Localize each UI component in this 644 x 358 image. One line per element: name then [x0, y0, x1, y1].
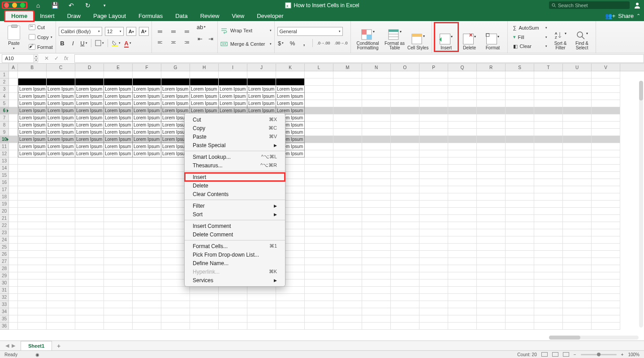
- cell[interactable]: [133, 279, 161, 287]
- cell[interactable]: [506, 315, 534, 323]
- cell[interactable]: [9, 129, 18, 136]
- cell[interactable]: [333, 129, 362, 136]
- cell[interactable]: [477, 93, 506, 100]
- cell[interactable]: [161, 308, 190, 315]
- cell[interactable]: [563, 287, 592, 294]
- cell[interactable]: [104, 272, 133, 279]
- cell[interactable]: [506, 172, 534, 179]
- cell[interactable]: [133, 208, 161, 215]
- cell[interactable]: [104, 287, 133, 294]
- cell[interactable]: [534, 122, 563, 129]
- column-header[interactable]: Q: [448, 64, 477, 71]
- cell[interactable]: [333, 150, 362, 157]
- cell[interactable]: [47, 186, 75, 193]
- cell[interactable]: [477, 143, 506, 150]
- cell[interactable]: [133, 251, 161, 258]
- cell[interactable]: [18, 236, 47, 244]
- cell[interactable]: [47, 251, 75, 258]
- cell[interactable]: [133, 165, 161, 172]
- cell[interactable]: [161, 79, 190, 86]
- cell[interactable]: [477, 186, 506, 193]
- cell[interactable]: [190, 79, 219, 86]
- cell[interactable]: [47, 258, 75, 265]
- cell[interactable]: Lorem Ipsum: [18, 150, 47, 157]
- cell[interactable]: [448, 244, 477, 251]
- cell[interactable]: [448, 143, 477, 150]
- cell[interactable]: [563, 323, 592, 330]
- cell[interactable]: Lorem Ipsum: [18, 136, 47, 143]
- cell[interactable]: [506, 186, 534, 193]
- cell[interactable]: [477, 201, 506, 208]
- cell[interactable]: Lorem Ipsum: [47, 129, 75, 136]
- cell[interactable]: [563, 165, 592, 172]
- copy-button[interactable]: Copy▾: [29, 33, 53, 41]
- cell[interactable]: [419, 143, 448, 150]
- cell[interactable]: Lorem Ipsum: [133, 86, 161, 93]
- row-header[interactable]: 5: [0, 100, 9, 107]
- cell[interactable]: [247, 79, 276, 86]
- cell[interactable]: [276, 71, 305, 79]
- cell[interactable]: [419, 272, 448, 279]
- cell[interactable]: [563, 315, 592, 323]
- cell[interactable]: [18, 308, 47, 315]
- cell[interactable]: [592, 222, 620, 229]
- cell[interactable]: [333, 165, 362, 172]
- cell[interactable]: [161, 294, 190, 301]
- cell[interactable]: [362, 323, 391, 330]
- cell[interactable]: [477, 208, 506, 215]
- cell[interactable]: [534, 244, 563, 251]
- cell[interactable]: [305, 136, 333, 143]
- minimize-button[interactable]: [12, 3, 17, 8]
- cell[interactable]: Lorem Ipsum: [75, 150, 104, 157]
- cell[interactable]: [9, 294, 18, 301]
- cell[interactable]: [190, 315, 219, 323]
- cell[interactable]: [9, 279, 18, 287]
- cell[interactable]: [219, 315, 247, 323]
- cell[interactable]: [563, 279, 592, 287]
- cell[interactable]: [219, 287, 247, 294]
- cell[interactable]: [333, 208, 362, 215]
- cell[interactable]: [9, 229, 18, 236]
- cell[interactable]: [419, 79, 448, 86]
- cell[interactable]: [9, 208, 18, 215]
- cell[interactable]: [9, 136, 18, 143]
- cell[interactable]: [563, 208, 592, 215]
- format-cells-button[interactable]: ▾ Format: [481, 23, 505, 51]
- cell[interactable]: [18, 193, 47, 201]
- cell[interactable]: Lorem Ipsum: [47, 136, 75, 143]
- cell[interactable]: [419, 236, 448, 244]
- cell[interactable]: [276, 308, 305, 315]
- cell[interactable]: [104, 165, 133, 172]
- cell[interactable]: [506, 93, 534, 100]
- cell[interactable]: [104, 294, 133, 301]
- cell[interactable]: [333, 93, 362, 100]
- cell[interactable]: [448, 129, 477, 136]
- cell[interactable]: [305, 79, 333, 86]
- cell[interactable]: [9, 114, 18, 122]
- cell[interactable]: [391, 93, 419, 100]
- cell[interactable]: [506, 287, 534, 294]
- cell[interactable]: [592, 251, 620, 258]
- cell[interactable]: [133, 193, 161, 201]
- paste-button[interactable]: Paste ▾: [3, 23, 25, 51]
- cell[interactable]: [477, 179, 506, 186]
- cell[interactable]: [506, 222, 534, 229]
- cell[interactable]: [133, 186, 161, 193]
- cell[interactable]: [276, 323, 305, 330]
- cell[interactable]: [391, 229, 419, 236]
- cell[interactable]: [362, 279, 391, 287]
- row-header[interactable]: 35: [0, 315, 9, 323]
- column-header[interactable]: C: [47, 64, 75, 71]
- cell[interactable]: [592, 165, 620, 172]
- cell[interactable]: [75, 71, 104, 79]
- cell[interactable]: [391, 186, 419, 193]
- cell[interactable]: [305, 265, 333, 272]
- cell[interactable]: [276, 301, 305, 308]
- collapse-ribbon-icon[interactable]: ⌃: [636, 13, 640, 19]
- cell[interactable]: [133, 229, 161, 236]
- cell[interactable]: Lorem Ipsum: [247, 93, 276, 100]
- cell[interactable]: [47, 179, 75, 186]
- cell[interactable]: [477, 71, 506, 79]
- cell[interactable]: [47, 165, 75, 172]
- row-header[interactable]: 33: [0, 301, 9, 308]
